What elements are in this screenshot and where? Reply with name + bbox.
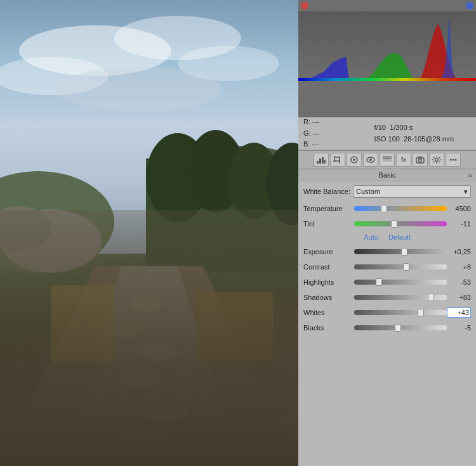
- shadows-row: Shadows +83: [303, 292, 471, 303]
- temperature-thumb[interactable]: [381, 205, 387, 212]
- highlights-slider-area[interactable]: [354, 280, 447, 285]
- shadows-track[interactable]: [354, 295, 447, 300]
- whites-slider-area[interactable]: [354, 310, 447, 315]
- contrast-track[interactable]: [354, 264, 447, 269]
- whites-label: Whites: [303, 309, 354, 316]
- wb-label: White Balance:: [303, 188, 350, 195]
- section-header: Basic ≡: [298, 169, 476, 181]
- whites-thumb[interactable]: [418, 309, 424, 316]
- blacks-slider-area[interactable]: [354, 325, 447, 330]
- highlights-value: -53: [447, 278, 471, 286]
- wb-dropdown[interactable]: Custom ▾: [353, 185, 471, 198]
- section-menu-icon[interactable]: ≡: [468, 172, 472, 179]
- highlights-thumb[interactable]: [376, 278, 382, 286]
- adjustments-panel: White Balance: Custom ▾ Temperature 4500…: [298, 181, 476, 466]
- toolbar-crop-btn[interactable]: [330, 153, 345, 167]
- close-button-dot[interactable]: [301, 2, 308, 10]
- right-panel: R: --- G: --- B: --- f/10 1/200 s ISO 10…: [298, 0, 476, 466]
- photo-svg: [0, 0, 298, 466]
- svg-rect-24: [197, 292, 273, 361]
- exposure-slider-area[interactable]: [354, 249, 447, 254]
- svg-rect-40: [383, 156, 392, 164]
- exposure-value: +0,25: [447, 248, 471, 256]
- svg-rect-31: [322, 157, 324, 164]
- exposure-thumb[interactable]: [401, 248, 407, 256]
- whites-value[interactable]: +43: [447, 307, 471, 318]
- svg-point-22: [121, 433, 171, 455]
- svg-line-26: [83, 311, 108, 380]
- toolbar-histogram-btn[interactable]: [314, 153, 329, 167]
- svg-point-14: [0, 206, 51, 250]
- svg-point-48: [453, 159, 454, 161]
- blacks-row: Blacks -5: [303, 322, 471, 333]
- shadows-label: Shadows: [303, 294, 354, 301]
- tint-track[interactable]: [354, 221, 447, 226]
- section-title: Basic: [379, 171, 396, 179]
- shadows-slider-area[interactable]: [354, 295, 447, 300]
- camera-info: f/10 1/200 s ISO 100 28-105@28 mm: [368, 120, 471, 147]
- photo-area: [0, 0, 298, 466]
- svg-rect-29: [317, 161, 319, 164]
- b-value: B: ---: [303, 139, 368, 149]
- auto-button[interactable]: Auto: [364, 233, 378, 241]
- contrast-row: Contrast +8: [303, 261, 471, 273]
- tint-value: -11: [447, 220, 471, 228]
- histogram-canvas: [298, 11, 476, 81]
- toolbar-gradient-btn[interactable]: [380, 153, 395, 167]
- svg-point-21: [141, 402, 189, 422]
- wb-value: Custom: [356, 188, 380, 195]
- white-balance-row: White Balance: Custom ▾: [303, 185, 471, 198]
- histogram-container: [298, 0, 476, 117]
- auto-default-row: Auto Default: [303, 233, 471, 241]
- svg-point-17: [130, 297, 162, 312]
- blacks-track[interactable]: [354, 325, 447, 330]
- svg-point-5: [57, 67, 222, 111]
- svg-point-49: [455, 159, 457, 161]
- toolbar: fx: [298, 150, 476, 169]
- svg-point-46: [435, 159, 439, 162]
- toolbar-redeye-btn[interactable]: [363, 153, 378, 167]
- svg-point-19: [140, 343, 178, 361]
- svg-marker-15: [0, 266, 298, 466]
- highlights-track[interactable]: [354, 280, 447, 285]
- r-value: R: ---: [303, 117, 368, 127]
- svg-point-18: [109, 321, 145, 338]
- blacks-thumb[interactable]: [395, 324, 401, 332]
- temperature-value: 4500: [447, 205, 471, 212]
- iso-lens: ISO 100 28-105@28 mm: [374, 134, 454, 144]
- shadows-value: +83: [447, 294, 471, 301]
- svg-marker-16: [70, 266, 241, 466]
- svg-rect-28: [298, 78, 476, 81]
- contrast-value: +8: [447, 263, 471, 271]
- aperture-shutter: f/10 1/200 s: [374, 123, 413, 133]
- temperature-label: Temperature: [303, 205, 354, 212]
- temperature-slider-area[interactable]: [354, 206, 447, 211]
- tint-thumb[interactable]: [391, 220, 397, 228]
- exposure-track[interactable]: [354, 249, 447, 254]
- blacks-value: -5: [447, 324, 471, 332]
- toolbar-camera-btn[interactable]: [413, 153, 428, 167]
- default-button[interactable]: Default: [388, 233, 411, 241]
- svg-point-47: [450, 159, 452, 161]
- histogram-svg: [298, 11, 476, 81]
- maximize-button-dot[interactable]: [466, 2, 473, 10]
- contrast-thumb[interactable]: [403, 263, 409, 271]
- rgb-info: R: --- G: --- B: ---: [303, 120, 368, 147]
- svg-point-39: [369, 159, 372, 161]
- whites-row: Whites +43: [303, 307, 471, 318]
- svg-point-20: [117, 371, 162, 390]
- shadows-thumb[interactable]: [428, 294, 434, 301]
- exposure-label: Exposure: [303, 248, 354, 256]
- photo-image: [0, 0, 298, 466]
- temperature-track[interactable]: [354, 206, 447, 211]
- highlights-label: Highlights: [303, 278, 354, 286]
- toolbar-heal-btn[interactable]: [347, 153, 362, 167]
- toolbar-gear-btn[interactable]: [429, 153, 444, 167]
- whites-track[interactable]: [354, 310, 447, 315]
- tint-slider-area[interactable]: [354, 221, 447, 226]
- toolbar-fx-btn[interactable]: fx: [396, 153, 411, 167]
- histogram-titlebar: [298, 0, 476, 11]
- contrast-slider-area[interactable]: [354, 264, 447, 269]
- exposure-row: Exposure +0,25: [303, 246, 471, 257]
- toolbar-more-btn[interactable]: [446, 153, 461, 167]
